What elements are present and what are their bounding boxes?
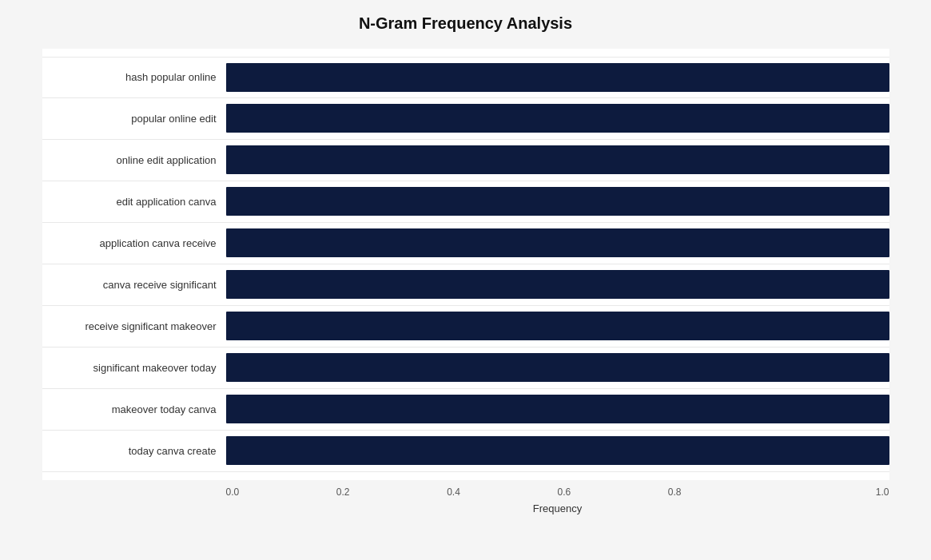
bar-row: canva receive significant: [42, 264, 889, 306]
bar-track: [226, 228, 889, 257]
bar-fill: [226, 353, 889, 382]
x-tick: 0.0: [226, 487, 336, 498]
bar-fill: [226, 63, 889, 92]
x-tick: 0.8: [668, 487, 778, 498]
x-tick: 0.4: [447, 487, 557, 498]
bar-label: popular online edit: [42, 113, 226, 125]
bar-track: [226, 145, 889, 174]
bar-track: [226, 63, 889, 92]
bar-row: receive significant makeover: [42, 306, 889, 348]
bar-fill: [226, 228, 889, 257]
bar-track: [226, 312, 889, 340]
bar-label: online edit application: [42, 154, 226, 166]
bar-track: [226, 395, 889, 423]
bar-row: makeover today canva: [42, 389, 889, 431]
bar-fill: [226, 436, 889, 465]
bar-label: canva receive significant: [42, 279, 226, 291]
x-tick: 0.2: [336, 487, 447, 498]
bar-fill: [226, 395, 889, 423]
bar-label: receive significant makeover: [42, 320, 226, 332]
bar-row: hash popular online: [42, 57, 889, 98]
bar-track: [226, 187, 889, 216]
x-axis: 0.00.20.40.60.81.0: [226, 487, 889, 498]
bar-row: significant makeover today: [42, 348, 889, 389]
bar-row: application canva receive: [42, 223, 889, 264]
bar-fill: [226, 104, 889, 133]
x-axis-label: Frequency: [226, 502, 889, 514]
chart-title: N-Gram Frequency Analysis: [42, 14, 889, 33]
bar-label: hash popular online: [42, 71, 226, 83]
bar-label: significant makeover today: [42, 362, 226, 374]
bar-label: makeover today canva: [42, 403, 226, 415]
bar-fill: [226, 270, 889, 299]
chart-body: hash popular onlinepopular online editon…: [42, 49, 889, 480]
bar-fill: [226, 145, 889, 174]
bar-row: edit application canva: [42, 181, 889, 223]
bar-track: [226, 436, 889, 465]
bar-row: today canva create: [42, 431, 889, 472]
x-tick: 1.0: [778, 487, 889, 498]
bar-fill: [226, 187, 889, 216]
bar-label: today canva create: [42, 445, 226, 457]
chart-container: N-Gram Frequency Analysis hash popular o…: [26, 0, 905, 560]
bar-row: popular online edit: [42, 98, 889, 140]
bar-track: [226, 270, 889, 299]
bar-row: online edit application: [42, 140, 889, 181]
bar-track: [226, 353, 889, 382]
bar-label: edit application canva: [42, 196, 226, 208]
bar-label: application canva receive: [42, 237, 226, 249]
x-tick: 0.6: [557, 487, 667, 498]
bar-fill: [226, 312, 889, 340]
bar-track: [226, 104, 889, 133]
